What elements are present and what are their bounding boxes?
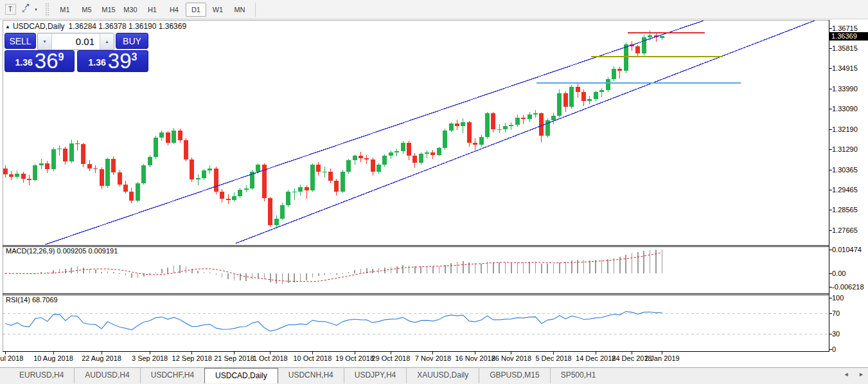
toolbar-grip[interactable] — [45, 3, 49, 17]
chart-title-ohlc: 1.36284 1.36378 1.36190 1.36369 — [69, 22, 187, 31]
tab-sp500-h1[interactable]: SP500,H1 — [550, 368, 607, 383]
buy-button[interactable]: BUY — [116, 33, 148, 49]
date-axis-label: 19 Oct 2018 — [335, 354, 374, 362]
collapse-triangle-icon[interactable]: ▲ — [5, 24, 10, 30]
price-axis-label: 1.30365 — [832, 166, 858, 174]
timeframe-button-m15[interactable]: M15 — [98, 3, 119, 17]
rsi-axis-label: 70 — [832, 309, 840, 317]
price-axis-label: 1.36715 — [832, 24, 858, 32]
mt4-window: T ↗ ↙ ▼ M1M5M15M30H1H4D1W1MN ▲USDCAD,Dai… — [0, 0, 868, 384]
timeframe-button-m30[interactable]: M30 — [120, 3, 141, 17]
macd-label: MACD(12,26,9) 0.009205 0.009191 — [6, 247, 118, 255]
date-axis-label: 12 Sep 2018 — [172, 354, 212, 362]
volume-increase-button[interactable]: ▲ — [100, 33, 114, 50]
timeframe-button-m5[interactable]: M5 — [76, 3, 97, 17]
date-axis-label: 21 Sep 2018 — [214, 354, 254, 362]
tab-usdcnh-h4[interactable]: USDCNH,H4 — [278, 368, 344, 383]
price-axis-label: 1.35815 — [832, 44, 858, 52]
tab-scroll-right-icon[interactable]: ► — [858, 371, 864, 378]
sell-price-prefix: 1.36 — [15, 57, 33, 68]
dropdown-caret-icon[interactable]: ▼ — [34, 8, 38, 12]
buy-price-big: 39 — [108, 52, 132, 70]
date-axis-label: 2 Jan 2019 — [644, 354, 679, 362]
rsi-axis-label: 100 — [832, 294, 844, 302]
macd-axis-label: -0.006218 — [832, 283, 864, 291]
price-axis-label: 1.34915 — [832, 64, 858, 72]
sell-button[interactable]: SELL — [4, 33, 36, 49]
date-axis-label: 16 Nov 2018 — [455, 354, 495, 362]
date-axis-label: 10 Aug 2018 — [33, 354, 73, 362]
price-axis-label: 1.28565 — [832, 206, 858, 214]
spinner-down-icon: ▼ — [42, 39, 47, 44]
macd-axis-label: 0.010474 — [832, 246, 862, 253]
date-axis-label: 1 Oct 2018 — [253, 354, 288, 362]
buy-price-sup: 3 — [132, 51, 137, 63]
timeframe-button-h1[interactable]: H1 — [142, 3, 163, 17]
timeframe-button-m1[interactable]: M1 — [55, 3, 75, 17]
sell-price-big: 36 — [35, 52, 58, 70]
chart-tabs: EURUSD,H4AUDUSD,H4USDCHF,H4USDCAD,DailyU… — [9, 368, 868, 383]
rsi-axis-label: 0 — [832, 345, 836, 353]
price-axis-label: 1.32190 — [832, 125, 858, 133]
price-axis-label: 1.29465 — [832, 186, 858, 194]
tab-xauusd-daily[interactable]: XAUUSD,Daily — [406, 368, 479, 383]
current-price-tag: 1.36369 — [829, 32, 868, 41]
one-click-trading-panel: SELL ▼ 0.01 ▲ BUY 1.36369 1.36393 — [4, 33, 148, 72]
rsi-axis-label: 30 — [832, 330, 840, 338]
tab-gbpusd-m15[interactable]: GBPUSD,M15 — [479, 368, 549, 383]
date-axis-label: 26 Nov 2018 — [492, 354, 531, 362]
timeframe-button-d1[interactable]: D1 — [186, 3, 206, 17]
tab-usdcad-daily[interactable]: USDCAD,Daily — [204, 368, 278, 383]
price-axis-label: 1.27665 — [832, 226, 858, 234]
tab-usdchf-h4[interactable]: USDCHF,H4 — [140, 368, 204, 383]
date-axis-label: 31 Jul 2018 — [0, 354, 23, 362]
volume-decrease-button[interactable]: ▼ — [38, 33, 52, 50]
toolbar: T ↗ ↙ ▼ M1M5M15M30H1H4D1W1MN — [0, 0, 868, 19]
toolbar-separator — [255, 3, 256, 17]
date-axis-label: 5 Dec 2018 — [535, 354, 571, 362]
timeframe-toolbar: M1M5M15M30H1H4D1W1MN — [55, 3, 251, 17]
sell-price-display[interactable]: 1.36369 — [4, 50, 75, 72]
volume-value[interactable]: 0.01 — [52, 33, 100, 50]
date-axis-label: 3 Sep 2018 — [132, 354, 168, 362]
chart-title-symbol: USDCAD,Daily — [13, 22, 65, 31]
text-tool-icon: T — [5, 4, 16, 15]
chart-area: ▲USDCAD,Daily1.36284 1.36378 1.36190 1.3… — [0, 0, 868, 384]
price-axis-label: 1.33090 — [832, 105, 858, 113]
arrows-icon: ↗ ↙ — [21, 4, 32, 15]
buy-price-prefix: 1.36 — [89, 57, 106, 68]
timeframe-button-h4[interactable]: H4 — [164, 3, 184, 17]
tab-eurusd-h4[interactable]: EURUSD,H4 — [9, 368, 74, 383]
text-tool-button[interactable]: T — [3, 2, 18, 17]
date-axis-label: 14 Dec 2018 — [576, 354, 616, 362]
price-axis-label: 1.31290 — [832, 145, 858, 153]
date-axis-label: 7 Nov 2018 — [415, 354, 451, 362]
date-axis-label: 29 Oct 2018 — [371, 354, 410, 362]
spinner-up-icon: ▲ — [105, 39, 109, 44]
volume-spinner: ▼ 0.01 ▲ — [37, 33, 114, 50]
timeframe-button-w1[interactable]: W1 — [208, 3, 228, 17]
tab-scroll-buttons: ◄ ► — [836, 371, 864, 378]
chart-tab-bar: EURUSD,H4AUDUSD,H4USDCHF,H4USDCAD,DailyU… — [0, 367, 868, 384]
tab-usdjpy-h4[interactable]: USDJPY,H4 — [344, 368, 406, 383]
sell-price-sup: 9 — [58, 51, 64, 63]
rsi-label: RSI(14) 68.7069 — [6, 296, 58, 304]
date-axis-label: 10 Oct 2018 — [293, 354, 332, 362]
date-axis-label: 22 Aug 2018 — [82, 354, 121, 362]
price-axis-label: 1.33990 — [832, 85, 858, 93]
tab-scroll-left-icon[interactable]: ◄ — [844, 371, 849, 378]
arrows-tool-button[interactable]: ↗ ↙ ▼ — [21, 2, 39, 17]
macd-axis-label: 0.00 — [832, 270, 846, 277]
buy-price-display[interactable]: 1.36393 — [77, 50, 148, 72]
chart-title: ▲USDCAD,Daily1.36284 1.36378 1.36190 1.3… — [5, 22, 186, 31]
timeframe-button-mn[interactable]: MN — [229, 3, 250, 17]
tab-audusd-h4[interactable]: AUDUSD,H4 — [74, 368, 139, 383]
